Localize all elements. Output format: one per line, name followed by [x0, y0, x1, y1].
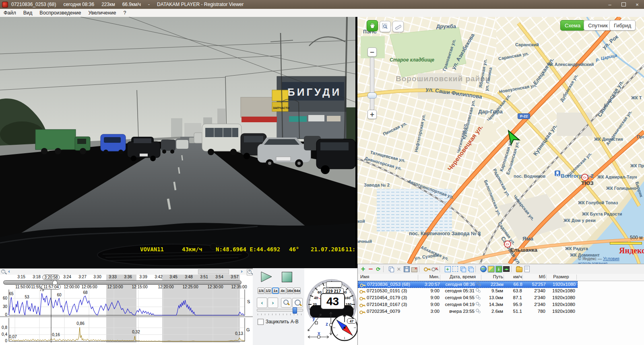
file-name: 07210454_0179 (3)	[367, 295, 417, 300]
rate-16x[interactable]: 16x	[287, 288, 293, 294]
minimize-button[interactable]: –	[603, 0, 617, 9]
gears-icon	[476, 282, 481, 287]
map-zoom-thumb[interactable]	[367, 92, 377, 99]
google-earth-icon[interactable]	[480, 265, 487, 273]
restore-button[interactable]	[617, 0, 630, 9]
film-icon[interactable]: ◄►	[503, 265, 510, 273]
scroll-right-icon[interactable]: ›	[241, 269, 243, 274]
volume-thumb[interactable]	[293, 307, 297, 314]
window-stack-icon[interactable]	[459, 265, 466, 273]
report-icon[interactable]	[523, 265, 530, 273]
window-select-icon[interactable]	[452, 265, 459, 273]
map-zoom-track[interactable]	[370, 57, 374, 110]
rate-half[interactable]: 1/2	[265, 288, 272, 294]
gears-icon	[476, 309, 481, 314]
map-label: Яма	[522, 236, 533, 242]
title-app-name: DATAKAM PLAYER - Registrator Viewer	[157, 2, 244, 7]
col-minutes[interactable]: Мин.	[418, 274, 440, 279]
col-name[interactable]: Имя	[360, 274, 369, 279]
map-canvas[interactable]: ПЭЛС Дружба Старое кладбище Ворошиловски…	[357, 17, 644, 264]
map-zoom-in-button[interactable]: +	[367, 110, 377, 119]
map-pan-tool[interactable]	[367, 20, 378, 31]
map-type-scheme[interactable]: Схема	[560, 20, 585, 31]
map-ruler-tool[interactable]	[392, 21, 404, 32]
play-button[interactable]	[260, 271, 273, 283]
menu-view[interactable]: Вид	[20, 10, 36, 16]
close-icon: ×	[636, 2, 639, 8]
col-speed[interactable]: км/ч	[504, 274, 522, 279]
speed-peak-label: 65	[9, 292, 13, 296]
file-row[interactable]: 07210454_0179 (3) 9:00 сегодня 04:55 13.…	[358, 295, 644, 302]
window-stack-copy-icon[interactable]	[467, 265, 474, 273]
remove-icon[interactable]: −	[367, 265, 374, 273]
map-zoom-out-button[interactable]: −	[367, 47, 377, 57]
map-label: ЖК Голицыно	[606, 186, 636, 191]
video-frame[interactable]: БИГУДИ ЗАПЧАСТИ	[0, 17, 355, 268]
scrollbar-thumb[interactable]	[198, 269, 229, 274]
menu-help[interactable]: ?	[120, 10, 130, 16]
file-row-selected[interactable]: 07210836_0253 (68) 3:20:57 сегодня 08:36…	[358, 281, 578, 288]
col-path[interactable]: Путь	[482, 274, 503, 279]
map-type-hybrid[interactable]: Гибрид	[609, 20, 636, 31]
save-icon[interactable]	[403, 265, 410, 273]
map-type-satellite[interactable]: Спутник	[584, 20, 612, 31]
prev-frame-button[interactable]: ‹	[257, 298, 267, 308]
stop-button[interactable]	[282, 272, 292, 282]
rate-1x[interactable]: 1x	[272, 288, 279, 294]
rate-4x[interactable]: 4x	[279, 288, 286, 294]
col-datetime[interactable]: Дата, время	[446, 274, 480, 279]
clock-time-scale[interactable]: 11:50:00 11:55:00 12:00:00 12:05:00 12:1…	[0, 285, 253, 290]
toolbar-separator	[383, 266, 386, 272]
timeline-slider[interactable]	[3, 280, 242, 285]
key-icon[interactable]	[423, 265, 431, 273]
menu-file[interactable]: Файл	[0, 10, 20, 16]
menu-zoom[interactable]: Увеличение	[85, 10, 120, 16]
archive-delete-icon[interactable]: ✕	[411, 265, 418, 273]
close-button[interactable]: ×	[630, 0, 644, 9]
map-zoom-select-tool[interactable]	[380, 21, 391, 32]
file-row[interactable]: 07202354_0079 3:00 вчера 23:55 2.6км 51.…	[358, 308, 644, 315]
menu-playback[interactable]: Воспроизведение	[36, 10, 85, 16]
speed-unit-label: S	[247, 299, 250, 304]
overlay-driver: VOVAN11	[140, 246, 164, 253]
copy-icon[interactable]	[388, 265, 395, 273]
table-header[interactable]: Имя Мин. Дата, время Путь км/ч Мб Размер	[358, 274, 644, 281]
file-date: сегодня 05:31	[440, 288, 475, 293]
timeline-zoom-out-icon[interactable]: −	[1, 269, 6, 275]
tick-label: 3:27	[78, 275, 86, 279]
rate-64x[interactable]: 64x	[294, 288, 301, 294]
road-number-badge: Р-22	[518, 113, 530, 119]
loop-ab-checkbox[interactable]	[258, 319, 264, 325]
volume-slider[interactable]	[257, 309, 303, 312]
file-path: 13.0км	[482, 295, 503, 300]
refresh-icon[interactable]: ⟳	[375, 265, 382, 273]
minimize-icon: –	[608, 2, 611, 8]
graph-zoom-in-button[interactable]	[292, 298, 303, 308]
map-export-icon[interactable]	[487, 265, 495, 273]
gears-icon	[476, 302, 481, 307]
speed-axis-label: 60	[0, 296, 7, 300]
file-row[interactable]: 07210418_0167 (3) 9:00 сегодня 04:19 14.…	[358, 302, 644, 308]
folder-open-icon[interactable]	[516, 265, 523, 273]
titlebar[interactable]: 07210836_0253 (68) сегодня 08:36 223км 6…	[0, 0, 644, 9]
map-label: Саранский	[515, 42, 539, 47]
volume-ticks	[258, 314, 302, 315]
scroll-left-icon[interactable]: ‹	[8, 269, 10, 274]
file-row[interactable]: 07210530_0191 (3) 9:00 сегодня 05:31 9.5…	[358, 288, 644, 295]
delete-icon[interactable]: ✕	[395, 265, 402, 273]
g-axis-label: 0,8	[0, 325, 7, 330]
overlay-heading: 46°	[289, 246, 299, 253]
next-frame-button[interactable]: ›	[268, 298, 278, 308]
rate-quarter[interactable]: 1/4	[258, 288, 264, 294]
file-time-scale[interactable]: 3:15 3:18 3:24 3:27 3:30 3:33 3:36 3:39 …	[0, 275, 253, 280]
col-size-mb[interactable]: Мб	[523, 274, 545, 279]
file-path: 9.5км	[482, 288, 503, 293]
current-clock-time: 11:57:04	[41, 284, 61, 290]
video-export-icon[interactable]: ↓	[495, 265, 502, 273]
toolbar-separator	[511, 266, 514, 272]
window-add-icon[interactable]: +	[444, 265, 451, 273]
key-delete-icon[interactable]: ✕	[431, 265, 438, 273]
graph-zoom-out-button[interactable]	[281, 298, 291, 308]
add-icon[interactable]: +	[359, 265, 367, 273]
col-resolution[interactable]: Размер	[547, 274, 575, 279]
